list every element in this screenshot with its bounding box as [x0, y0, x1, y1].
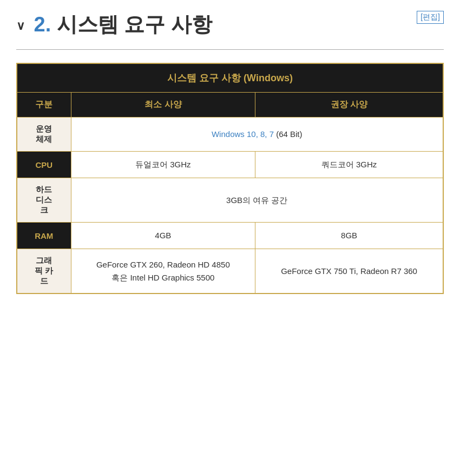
page-header: ∨ 2. 시스템 요구 사항 [편집]: [16, 11, 444, 38]
section-text: 시스템 요구 사항: [57, 13, 212, 36]
row-combined-2: 3GB의 여유 공간: [71, 178, 443, 223]
row-recommended-3: 8GB: [255, 223, 443, 249]
row-min-4: GeForce GTX 260, Radeon HD 4850 혹은 Intel…: [71, 249, 255, 294]
chevron-icon: ∨: [16, 19, 25, 32]
system-requirements-table: 시스템 요구 사항 (Windows) 구분 최소 사양 권장 사양 운영 체제…: [16, 63, 444, 294]
row-recommended-1: 쿼드코어 3GHz: [255, 152, 443, 178]
col-header-min: 최소 사양: [71, 93, 255, 118]
row-label-4: 그래 픽 카 드: [17, 249, 71, 294]
row-combined-0: Windows 10, 8, 7 (64 Bit): [71, 118, 443, 152]
section-title: ∨ 2. 시스템 요구 사항: [16, 11, 212, 38]
divider: [16, 49, 444, 50]
row-min-1: 듀얼코어 3GHz: [71, 152, 255, 178]
os-text: Windows 10, 8, 7 (64 Bit): [212, 129, 303, 139]
row-label-1: CPU: [17, 152, 71, 178]
row-label-0: 운영 체제: [17, 118, 71, 152]
table-main-header: 시스템 요구 사항 (Windows): [17, 63, 443, 93]
row-recommended-4: GeForce GTX 750 Ti, Radeon R7 360: [255, 249, 443, 294]
row-min-3: 4GB: [71, 223, 255, 249]
col-header-category: 구분: [17, 93, 71, 118]
row-label-2: 하드 디스 크: [17, 178, 71, 223]
col-header-recommended: 권장 사양: [255, 93, 443, 118]
section-number: 2.: [34, 13, 51, 36]
row-label-3: RAM: [17, 223, 71, 249]
os-link[interactable]: Windows 10, 8, 7: [212, 129, 274, 139]
edit-link[interactable]: [편집]: [417, 11, 444, 24]
